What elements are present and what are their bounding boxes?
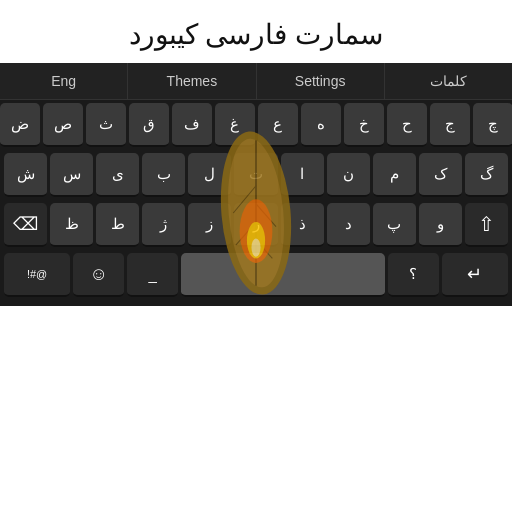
key-pe[interactable]: پ	[373, 203, 416, 247]
key-special-chars[interactable]: !#@	[4, 253, 70, 297]
key-row-3: ⇧ و پ د ذ ر ز ژ ط ظ ⌫	[0, 200, 512, 250]
key-kaf[interactable]: ک	[419, 153, 462, 197]
enter-key[interactable]: ↵	[442, 253, 508, 297]
tab-eng[interactable]: Eng	[0, 63, 128, 99]
key-vav[interactable]: و	[419, 203, 462, 247]
key-ain[interactable]: ع	[258, 103, 298, 147]
key-ha[interactable]: ه	[301, 103, 341, 147]
key-dal[interactable]: د	[327, 203, 370, 247]
key-gaf[interactable]: گ	[465, 153, 508, 197]
key-khe[interactable]: خ	[344, 103, 384, 147]
shift-key[interactable]: ⇧	[465, 203, 508, 247]
key-shin[interactable]: ش	[4, 153, 47, 197]
tab-row: Eng Themes Settings کلمات	[0, 63, 512, 100]
key-underscore[interactable]: _	[127, 253, 178, 297]
key-che[interactable]: چ	[473, 103, 513, 147]
key-ya[interactable]: ی	[96, 153, 139, 197]
key-row-2: گ ک م ن ا ت ل ب ی س ش	[0, 150, 512, 200]
key-lam[interactable]: ل	[188, 153, 231, 197]
key-he[interactable]: ح	[387, 103, 427, 147]
key-zhe[interactable]: ژ	[142, 203, 185, 247]
key-ta2[interactable]: ط	[96, 203, 139, 247]
key-tha[interactable]: ث	[86, 103, 126, 147]
tab-themes[interactable]: Themes	[128, 63, 256, 99]
key-fa[interactable]: ف	[172, 103, 212, 147]
key-je[interactable]: ج	[430, 103, 470, 147]
key-zha[interactable]: ظ	[50, 203, 93, 247]
key-sin[interactable]: س	[50, 153, 93, 197]
tab-settings[interactable]: Settings	[257, 63, 385, 99]
app-title: سمارت فارسی کیبورد	[0, 0, 512, 63]
key-qaf[interactable]: ق	[129, 103, 169, 147]
keyboard-area: Eng Themes Settings کلمات چ ج ح خ ه ع غ …	[0, 63, 512, 306]
key-sad[interactable]: ص	[43, 103, 83, 147]
key-dad[interactable]: ض	[0, 103, 40, 147]
backspace-key[interactable]: ⌫	[4, 203, 47, 247]
key-ba[interactable]: ب	[142, 153, 185, 197]
key-nun[interactable]: ن	[327, 153, 370, 197]
key-row-1: چ ج ح خ ه ع غ ف ق ث ص ض	[0, 100, 512, 150]
key-ze[interactable]: ز	[188, 203, 231, 247]
key-question[interactable]: ؟	[388, 253, 439, 297]
key-mim[interactable]: م	[373, 153, 416, 197]
key-row-4: !#@ ☺ _ ؟ ↵	[0, 250, 512, 300]
key-zal[interactable]: ذ	[281, 203, 324, 247]
emoji-key[interactable]: ☺	[73, 253, 124, 297]
key-ra[interactable]: ر	[234, 203, 277, 247]
space-key[interactable]	[181, 253, 385, 297]
key-ghain[interactable]: غ	[215, 103, 255, 147]
key-alef[interactable]: ا	[281, 153, 324, 197]
tab-words[interactable]: کلمات	[385, 63, 512, 99]
key-ta[interactable]: ت	[234, 153, 277, 197]
